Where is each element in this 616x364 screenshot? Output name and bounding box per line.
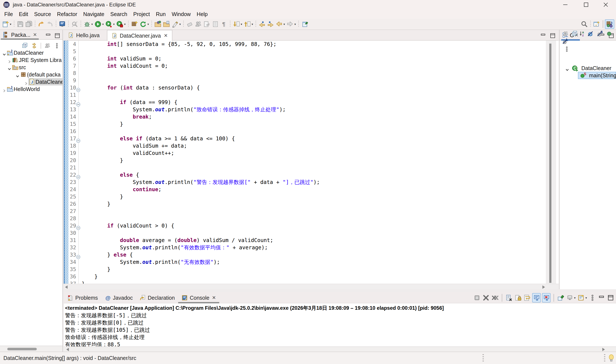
menu-help[interactable]: Help [194,9,211,19]
code-text[interactable]: int[] sensorData = {85, -5, 92, 0, 105, … [82,40,542,284]
eraser-button[interactable] [185,19,194,29]
docret-button[interactable] [203,19,211,29]
rmx-button[interactable] [482,293,490,302]
menu-window[interactable]: Window [169,9,194,19]
dispsel-button[interactable]: ▾ [566,293,576,302]
stderr-button[interactable] [542,293,550,302]
maximize-editor-icon[interactable] [550,32,555,40]
dropdown-arrow-icon[interactable]: ▾ [294,22,296,26]
editor-tab-hello-java[interactable]: JHello.java [64,30,104,40]
editfwd-button[interactable] [266,19,275,29]
chevron-down-icon[interactable] [565,66,569,70]
hide-non-public-button[interactable] [606,31,612,37]
close-tab-icon[interactable]: ✕ [164,33,168,39]
folderballs-button[interactable] [154,19,162,29]
annnext-button[interactable]: ▾ [232,19,243,29]
code-editor[interactable]: 4567891011121314151617181920212223242526… [64,40,559,284]
close-tab-icon[interactable]: ✕ [33,32,37,38]
console-area-tab-console[interactable]: JConsole✕ [178,292,219,303]
editor-tab-datacleaner-java[interactable]: JDataCleaner.java✕ [107,30,172,41]
chevron-right-icon[interactable] [2,87,6,91]
editor-hscrollbar[interactable] [64,284,559,289]
maximize-button[interactable] [577,0,595,9]
term-button[interactable] [473,293,481,302]
menu-source[interactable]: Source [31,9,54,19]
menu-search[interactable]: Search [107,9,130,19]
minimize-editor-icon[interactable] [541,32,546,40]
consoleview-button[interactable] [58,19,67,29]
newwiz-button[interactable]: ▾ [1,19,12,29]
annprev-button[interactable]: ▾ [243,19,254,29]
menu-file[interactable]: File [1,9,16,19]
maximize-view-icon[interactable] [55,32,60,40]
menu-edit[interactable]: Edit [16,9,31,19]
hide-fields-button[interactable]: F [587,31,593,37]
marker-button[interactable]: ▾ [171,19,182,29]
search-button[interactable] [580,19,589,29]
chevron-down-icon[interactable] [2,51,6,55]
undo-button[interactable] [37,19,46,29]
dropdown-arrow-icon[interactable]: ▾ [241,22,242,26]
tree-item-helloworld[interactable]: JHelloWorld [0,85,62,93]
dropdown-arrow-icon[interactable]: ▾ [585,296,587,299]
saveall-button[interactable] [25,19,33,29]
fold-marker-icon[interactable] [76,173,81,177]
dropdown-arrow-icon[interactable]: ▾ [252,22,253,26]
fold-marker-icon[interactable] [76,224,81,228]
dropdown-arrow-icon[interactable]: ▾ [574,296,575,299]
fold-marker-icon[interactable] [76,100,81,105]
newjprj-button[interactable] [130,19,139,29]
collapse-all-button[interactable] [572,31,577,37]
minimize-button[interactable] [556,0,575,9]
chevron-right-icon[interactable] [24,79,28,84]
minw-button[interactable] [598,293,605,302]
package-explorer-hscrollbar[interactable] [0,346,62,351]
redo-button[interactable] [46,19,54,29]
lockscroll-button[interactable] [514,293,522,302]
save-button[interactable] [16,19,25,29]
view-menu-button[interactable] [564,46,570,52]
close-tab-icon[interactable]: ✕ [212,295,216,300]
back-button[interactable]: ▾ [275,19,286,29]
chevron-down-icon[interactable] [15,72,20,77]
hide-local-types-button[interactable]: L [562,39,568,44]
folderclip-button[interactable] [162,19,171,29]
rmxx-button[interactable] [491,293,499,302]
vdots-button[interactable] [589,293,596,302]
menu-refactor[interactable]: Refactor [54,9,80,19]
wrap-button[interactable] [523,293,531,302]
profile-button[interactable]: ▾ [115,19,126,29]
pinc-button[interactable] [557,293,565,302]
clearco-button[interactable] [505,293,513,302]
tree-item-default-package[interactable]: (default packa [0,71,62,78]
fold-marker-icon[interactable] [76,137,81,141]
dropdown-arrow-icon[interactable]: ▾ [283,22,285,26]
dropdown-arrow-icon[interactable]: ▾ [147,22,149,26]
console-area-tab-declaration[interactable]: Declaration [136,292,178,303]
run-button[interactable]: ▾ [94,19,105,29]
editor-vscrollbar[interactable] [546,40,556,284]
docbox-button[interactable] [211,19,220,29]
dropdown-arrow-icon[interactable]: ▾ [124,22,125,26]
minimize-view-icon[interactable] [46,32,51,40]
menu-navigate[interactable]: Navigate [80,9,107,19]
console-hscrollbar[interactable] [64,347,616,351]
chevron-right-icon[interactable] [7,58,12,62]
sort-button[interactable]: az [579,31,585,37]
lightbulb-icon[interactable] [608,354,614,364]
dropdown-arrow-icon[interactable]: ▾ [179,22,181,26]
fold-marker-icon[interactable] [76,86,81,90]
hide-static-members-button[interactable]: S [597,31,603,37]
tab-package-explorer[interactable]: Packa... ✕ [1,30,39,40]
tree-item-datacleaner[interactable]: JDataCleaner [0,49,62,56]
editback-button[interactable] [258,19,266,29]
openco-button[interactable]: ▾ [577,293,587,302]
openpersp-button[interactable] [592,19,601,29]
dropdown-arrow-icon[interactable]: ▾ [91,22,93,26]
people-button[interactable] [194,19,203,29]
searchdis-button[interactable] [70,19,79,29]
debug-button[interactable]: ▾ [83,19,94,29]
tree-item-datacleaner-java[interactable]: JDataCleane [0,78,62,85]
console-area-tab-javadoc[interactable]: @Javadoc [101,292,136,303]
fwd-button[interactable]: ▾ [286,19,297,29]
